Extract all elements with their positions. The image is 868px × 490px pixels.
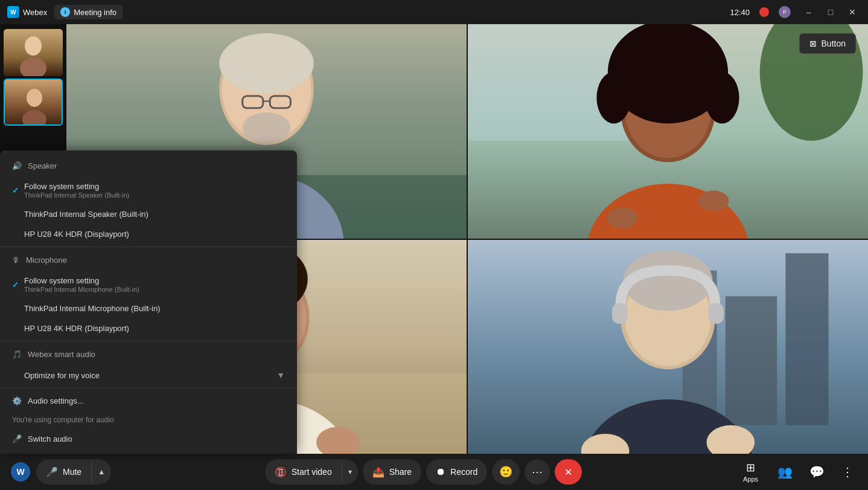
- speaker-follow-system[interactable]: Follow system setting ThinkPad Internal …: [0, 176, 297, 204]
- speaker-builtin[interactable]: ThinkPad Internal Speaker (Built-in): [0, 204, 297, 224]
- chat-icon: 💬: [809, 465, 825, 479]
- reactions-button[interactable]: 🙂: [492, 459, 520, 485]
- more-options-button[interactable]: ⋮: [837, 460, 858, 484]
- svg-rect-44: [708, 303, 724, 323]
- speaker-follow-system-sub: ThinkPad Internal Speaker (Built-in): [24, 192, 129, 199]
- titlebar-time: 12:40: [730, 8, 750, 17]
- share-icon: 📤: [372, 466, 385, 478]
- svg-point-1: [25, 36, 42, 56]
- divider-2: [0, 341, 297, 341]
- more-icon: ⋯: [532, 465, 543, 479]
- microphone-section-header: 🎙 Microphone: [0, 250, 297, 271]
- start-video-button[interactable]: 📵 Start video: [265, 462, 342, 483]
- end-call-icon: ✕: [564, 466, 572, 478]
- speaker-icon: 🔊: [12, 161, 22, 170]
- mic-follow-system-label: Follow system setting: [24, 276, 99, 285]
- svg-rect-39: [785, 253, 828, 425]
- share-button[interactable]: 📤 Share: [363, 459, 421, 485]
- mic-follow-system-sub: ThinkPad Internal Microphone (Built-in): [24, 286, 139, 293]
- start-video-label: Start video: [292, 467, 332, 477]
- toolbar: W 🎤 Mute ▲ 📵 Start video ▾ 📤 Share ⏺ Rec: [0, 454, 868, 490]
- svg-point-22: [596, 72, 631, 123]
- participants-button[interactable]: 👥: [773, 460, 797, 484]
- speaker-builtin-label: ThinkPad Internal Speaker (Built-in): [24, 210, 148, 219]
- end-call-button[interactable]: ✕: [555, 459, 582, 485]
- apps-label: Apps: [743, 475, 758, 483]
- participants-icon: 👥: [777, 465, 793, 479]
- top-right-button-label: Button: [822, 39, 846, 48]
- audio-settings-label: Audio settings...: [28, 396, 84, 405]
- speaker-section-label: Speaker: [28, 161, 57, 170]
- toolbar-left: W: [10, 461, 31, 483]
- svg-text:W: W: [16, 467, 25, 477]
- mute-button-group: 🎤 Mute ▲: [36, 459, 111, 485]
- button-x-icon: ⊠: [809, 39, 817, 48]
- svg-point-26: [698, 190, 729, 211]
- speaker-hp[interactable]: HP U28 4K HDR (Displayport): [0, 224, 297, 244]
- speaker-section-header: 🔊 Speaker: [0, 155, 297, 176]
- record-icon: ⏺: [436, 466, 445, 477]
- settings-icon: ⚙️: [12, 396, 22, 405]
- switch-audio-icon: 🎤: [12, 434, 22, 443]
- divider-1: [0, 247, 297, 247]
- svg-rect-43: [612, 303, 628, 323]
- maximize-button[interactable]: □: [822, 4, 839, 21]
- mic-builtin[interactable]: ThinkPad Internal Microphone (Built-in): [0, 298, 297, 318]
- audio-dropdown: 🔊 Speaker Follow system setting ThinkPad…: [0, 150, 297, 454]
- apps-button[interactable]: ⊞ Apps: [736, 459, 765, 485]
- webex-app-icon: W: [7, 6, 19, 18]
- mute-chevron-button[interactable]: ▲: [92, 463, 111, 481]
- webex-logo: W Webex: [7, 6, 47, 18]
- svg-point-25: [607, 208, 637, 228]
- video-off-icon: 📵: [275, 466, 287, 478]
- webex-app-name: Webex: [23, 8, 47, 17]
- webex-smart-audio-label: Webex smart audio: [28, 350, 95, 359]
- mic-hp[interactable]: HP U28 4K HDR (Displayport): [0, 318, 297, 338]
- mute-button[interactable]: 🎤 Mute: [36, 462, 92, 483]
- minimize-button[interactable]: –: [800, 4, 817, 21]
- svg-point-4: [27, 89, 42, 107]
- toolbar-center: 📵 Start video ▾ 📤 Share ⏺ Record 🙂 ⋯ ✕: [116, 459, 731, 485]
- video-chevron-button[interactable]: ▾: [342, 463, 358, 481]
- titlebar-right: 12:40 P – □ ✕: [730, 4, 861, 21]
- microphone-section-label: Microphone: [26, 256, 67, 265]
- speaker-follow-system-label: Follow system setting: [24, 182, 99, 191]
- mic-builtin-label: ThinkPad Internal Microphone (Built-in): [24, 304, 160, 313]
- close-button[interactable]: ✕: [844, 4, 861, 21]
- audio-settings[interactable]: ⚙️ Audio settings...: [0, 391, 297, 411]
- webex-smart-icon: 🎵: [12, 350, 22, 359]
- microphone-icon: 🎙: [12, 256, 20, 265]
- record-label: Record: [450, 467, 477, 477]
- record-button[interactable]: ⏺ Record: [426, 459, 487, 485]
- start-video-group: 📵 Start video ▾: [265, 459, 358, 485]
- webex-smart-audio-header: 🎵 Webex smart audio: [0, 344, 297, 365]
- microphone-mute-icon: 🎤: [46, 466, 58, 478]
- optimize-voice-left: Optimize for my voice: [24, 371, 100, 380]
- top-right-button[interactable]: ⊠ Button: [799, 33, 856, 54]
- svg-point-10: [219, 33, 314, 94]
- toolbar-right: ⊞ Apps 👥 💬 ⋮: [736, 459, 858, 485]
- mute-label: Mute: [63, 467, 81, 477]
- svg-rect-38: [726, 296, 777, 425]
- more-button[interactable]: ⋯: [525, 459, 550, 485]
- chat-button[interactable]: 💬: [805, 460, 829, 484]
- mic-follow-system[interactable]: Follow system setting ThinkPad Internal …: [0, 271, 297, 298]
- titlebar-left: W Webex i Meeting info: [7, 5, 123, 19]
- recording-indicator: [759, 7, 769, 17]
- optimize-voice-label: Optimize for my voice: [24, 371, 100, 380]
- share-label: Share: [389, 467, 412, 477]
- audio-footer-text: You're using computer for audio: [0, 411, 297, 429]
- meeting-info-tab[interactable]: i Meeting info: [54, 5, 123, 19]
- ellipsis-icon: ⋮: [841, 465, 854, 479]
- using-computer-text: You're using computer for audio: [12, 416, 114, 424]
- optimize-voice[interactable]: Optimize for my voice ▼: [0, 365, 297, 385]
- speaker-hp-label: HP U28 4K HDR (Displayport): [24, 230, 129, 239]
- switch-audio[interactable]: 🎤 Switch audio: [0, 429, 297, 449]
- webex-footer-icon[interactable]: W: [10, 461, 31, 483]
- participant-thumb-1[interactable]: [4, 29, 63, 76]
- apps-icon: ⊞: [746, 461, 755, 474]
- meeting-info-label: Meeting info: [74, 8, 116, 17]
- participant-thumb-active[interactable]: [4, 79, 63, 126]
- mic-hp-label: HP U28 4K HDR (Displayport): [24, 324, 129, 333]
- chevron-down-icon: ▼: [276, 370, 285, 380]
